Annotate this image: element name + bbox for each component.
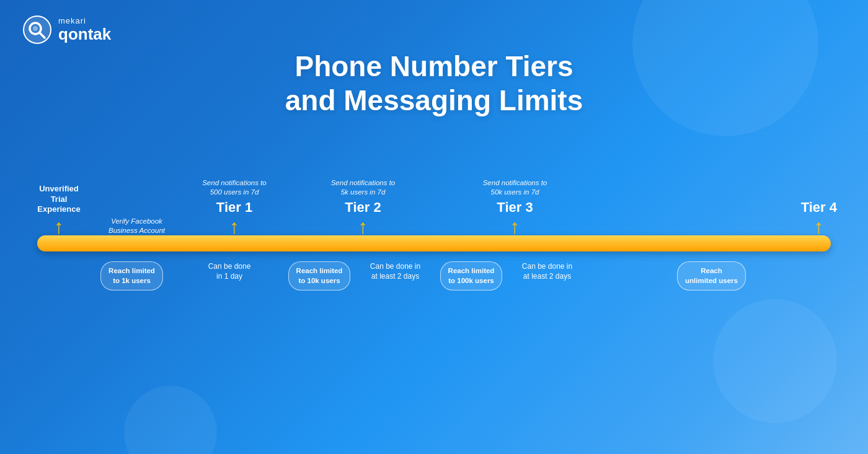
bottom-badge-1k: Reach limitedto 1k users — [87, 261, 177, 290]
logo-text: mekari qontak — [58, 17, 111, 43]
bottom-badge-100k: Reach limitedto 100k users — [434, 261, 508, 290]
badge-100k-text: Reach limitedto 100k users — [440, 261, 503, 290]
bottom-text-1day: Can be donein 1 day — [177, 261, 282, 281]
timeline-bar — [37, 235, 831, 251]
timeline-bar-wrapper — [37, 235, 831, 251]
bottom-badge-unlimited: Reachunlimited users — [586, 261, 837, 290]
tier2-sublabel: Send notifications to5k users in 7d — [331, 178, 396, 197]
tier1-col: Send notifications to500 users in 7d Tie… — [182, 178, 287, 235]
unverified-title: Unverified Trial Experience — [31, 184, 87, 214]
bottom-badge-10k: Reach limitedto 10k users — [282, 261, 356, 290]
tier4-title: Tier 4 — [801, 199, 837, 216]
arrow-tier2: ↑ — [358, 217, 368, 237]
logo-brand: mekari — [58, 17, 111, 25]
logo-product: qontak — [58, 25, 111, 43]
verify-sublabel: Verify FacebookBusiness Account — [108, 217, 165, 235]
tier3-title: Tier 3 — [497, 199, 533, 216]
tier1-sublabel: Send notifications to500 users in 7d — [202, 178, 267, 197]
text-2days-1: Can be done inat least 2 days — [370, 261, 420, 281]
tier3-sublabel: Send notifications to50k users in 7d — [483, 178, 547, 197]
logo-icon — [22, 15, 52, 45]
text-1day: Can be donein 1 day — [208, 261, 251, 281]
arrow-unverified: ↑ — [54, 217, 64, 237]
logo: mekari qontak — [22, 15, 111, 45]
bottom-labels: Reach limitedto 1k users Can be donein 1… — [25, 261, 843, 290]
bottom-text-2days-1: Can be done inat least 2 days — [356, 261, 434, 281]
verify-label-col: Verify FacebookBusiness Account — [92, 217, 182, 235]
badge-unlimited-text: Reachunlimited users — [677, 261, 746, 290]
tier1-title: Tier 1 — [216, 199, 252, 216]
badge-1k-text: Reach limitedto 1k users — [100, 261, 163, 290]
tier2-col: Send notifications to5k users in 7d Tier… — [287, 178, 439, 235]
arrow-tier4: ↑ — [814, 217, 824, 237]
title-line1: Phone Number Tiers — [294, 50, 573, 82]
tier-unverified-col: Unverified Trial Experience ↑ — [31, 184, 87, 235]
arrow-tier3: ↑ — [510, 217, 520, 237]
title-line2: and Messaging Limits — [285, 84, 583, 116]
badge-10k-text: Reach limitedto 10k users — [288, 261, 351, 290]
arrow-tier1: ↑ — [229, 217, 239, 237]
tier4-col: Tier 4 ↑ — [591, 199, 837, 235]
tier3-col: Send notifications to50k users in 7d Tie… — [439, 178, 591, 235]
tier2-title: Tier 2 — [345, 199, 381, 216]
text-2days-2: Can be done inat least 2 days — [522, 261, 572, 281]
timeline-section: Unverified Trial Experience ↑ Verify Fac… — [25, 167, 843, 290]
bg-decoration-3 — [124, 386, 217, 454]
bg-decoration-2 — [713, 299, 837, 423]
svg-point-3 — [33, 26, 38, 31]
bottom-text-2days-2: Can be done inat least 2 days — [508, 261, 586, 281]
